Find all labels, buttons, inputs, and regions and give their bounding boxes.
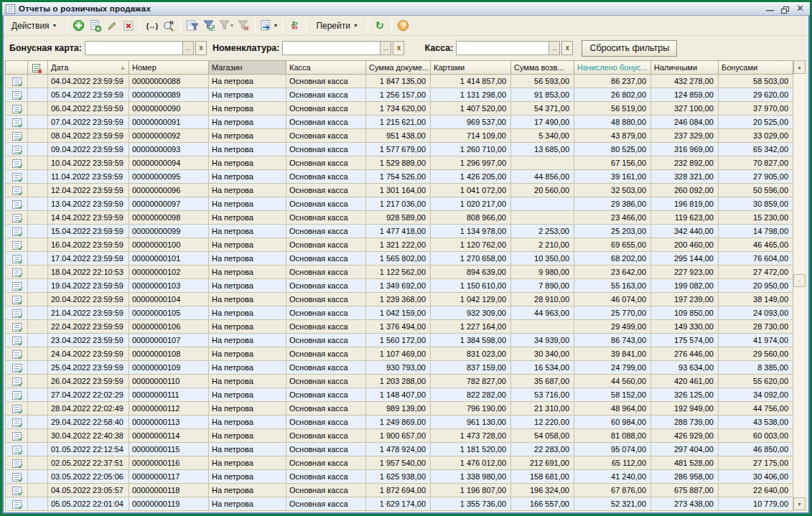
cell-bonus-accrued[interactable]: 29 386,00 [574,197,651,211]
table-row[interactable]: 21.04.2022 23:59:5900000000105На петрова… [6,306,793,320]
cell-cards[interactable]: 969 537,00 [431,116,511,129]
cell-doc-sum[interactable]: 1 148 407,00 [366,388,431,402]
cell-date[interactable]: 08.04.2022 23:59:59 [48,129,129,143]
cell-cards[interactable]: 1 227 164,00 [431,320,511,334]
cell-number[interactable]: 00000000089 [129,88,209,102]
cell-bonuses[interactable]: 38 149,00 [719,293,793,306]
cell-cards[interactable]: 808 966,00 [431,211,511,225]
cell-number[interactable]: 00000000111 [129,388,209,402]
cell-store[interactable]: На петрова [209,456,286,470]
cell-store[interactable]: На петрова [209,88,286,102]
cell-cash[interactable]: 481 528,00 [651,456,719,470]
cell-cash[interactable]: 124 859,00 [651,88,719,102]
cell-cards[interactable]: 1 270 658,00 [431,252,511,266]
cell-cash[interactable]: 327 100,00 [651,102,719,116]
cell-store[interactable]: На петрова [209,320,286,334]
cell-doc-sum[interactable]: 1 560 172,00 [366,334,431,347]
cell-date[interactable]: 15.04.2022 23:59:59 [48,225,129,238]
cell-cards[interactable]: 1 414 857,00 [431,75,511,88]
reset-filters-button[interactable]: Сбросить фильтры [582,40,677,57]
cell-number[interactable]: 00000000108 [129,347,209,361]
cell-cards[interactable]: 1 196 807,00 [431,484,511,497]
cell-doc-type[interactable] [28,320,48,334]
cell-cash[interactable]: 119 623,00 [651,211,719,225]
cell-returns[interactable]: 20 560,00 [511,184,574,197]
cell-number[interactable]: 00000000091 [129,116,209,129]
refresh-button[interactable]: ↻ [373,19,387,33]
cell-kassa[interactable]: Основная касса [286,88,366,102]
cell-kassa[interactable]: Основная касса [286,197,366,211]
bonus-card-input[interactable] [85,42,182,55]
table-row[interactable]: 01.05.2022 22:12:5400000000115На петрова… [6,443,793,456]
table-row[interactable]: 27.04.2022 22:02:2900000000111На петрова… [6,388,793,402]
cell-date[interactable]: 29.04.2022 22:58:40 [48,416,129,429]
col-cards[interactable]: Картами [431,61,511,75]
cell-doc-type[interactable] [28,102,48,116]
cell-returns[interactable]: 44 963,00 [511,306,574,320]
cell-store[interactable]: На петрова [209,279,286,293]
cell-date[interactable]: 06.04.2022 23:59:59 [48,102,129,116]
cell-kassa[interactable]: Основная касса [286,143,366,156]
cell-status[interactable] [6,484,28,497]
table-row[interactable]: 30.04.2022 22:40:3800000000114На петрова… [6,429,793,443]
cell-doc-type[interactable] [28,252,48,266]
cell-doc-type[interactable] [28,347,48,361]
table-row[interactable]: 23.04.2022 23:59:5900000000107На петрова… [6,334,793,347]
cell-number[interactable]: 00000000105 [129,306,209,320]
cell-date[interactable]: 04.04.2022 23:59:59 [48,75,129,88]
cell-bonus-accrued[interactable]: 44 560,00 [574,375,651,388]
cell-bonuses[interactable]: 14 798,00 [719,225,793,238]
cell-bonus-accrued[interactable]: 29 499,00 [574,320,651,334]
filter-history-button[interactable]: ▼ [218,19,235,32]
cell-doc-sum[interactable]: 1 239 368,00 [366,293,431,306]
cell-bonuses[interactable]: 46 465,00 [719,238,793,252]
cell-cards[interactable]: 714 109,00 [431,129,511,143]
cell-doc-type[interactable] [28,170,48,184]
cell-date[interactable]: 20.04.2022 23:59:59 [48,293,129,306]
table-row[interactable]: 05.04.2022 23:59:5900000000089На петрова… [6,88,793,102]
cell-kassa[interactable]: Основная касса [286,416,366,429]
cell-returns[interactable] [511,197,574,211]
cell-bonus-accrued[interactable]: 25 770,00 [574,306,651,320]
cell-cash[interactable]: 432 278,00 [651,75,719,88]
cell-store[interactable]: На петрова [209,388,286,402]
cell-status[interactable] [6,197,28,211]
table-row[interactable]: 15.04.2022 23:59:5900000000099На петрова… [6,225,793,238]
cell-kassa[interactable]: Основная касса [286,252,366,266]
table-row[interactable]: 26.04.2022 23:59:5900000000110На петрова… [6,375,793,388]
cell-cash[interactable]: 297 404,00 [651,443,719,456]
cell-cards[interactable]: 894 639,00 [431,266,511,279]
cell-date[interactable]: 09.04.2022 23:59:59 [48,143,129,156]
cell-bonus-accrued[interactable]: 86 743,00 [574,334,651,347]
set-filter-sort-button[interactable] [185,19,200,33]
cell-cards[interactable]: 831 023,00 [431,347,511,361]
cell-doc-type[interactable] [28,184,48,197]
cell-number[interactable]: 00000000097 [129,197,209,211]
cell-date[interactable]: 02.05.2022 22:37:51 [48,456,129,470]
cell-returns[interactable]: 2 253,00 [511,225,574,238]
cell-cards[interactable]: 1 426 205,00 [431,170,511,184]
cell-number[interactable]: 00000000106 [129,320,209,334]
cell-date[interactable]: 11.04.2022 23:59:59 [48,170,129,184]
cell-doc-sum[interactable]: 928 589,00 [366,211,431,225]
scroll-down-button[interactable]: ▼ [793,497,806,510]
cell-date[interactable]: 25.04.2022 23:59:59 [48,361,129,375]
cell-kassa[interactable]: Основная касса [286,402,366,416]
cell-store[interactable]: На петрова [209,470,286,484]
cell-number[interactable]: 00000000103 [129,279,209,293]
table-row[interactable]: 28.04.2022 22:02:4900000000112На петрова… [6,402,793,416]
cell-cash[interactable]: 149 330,00 [651,320,719,334]
cell-returns[interactable]: 13 685,00 [511,143,574,156]
cell-kassa[interactable]: Основная касса [286,170,366,184]
cell-status[interactable] [6,293,28,306]
cell-cards[interactable]: 1 296 997,00 [431,156,511,170]
cell-number[interactable]: 00000000100 [129,238,209,252]
cell-doc-type[interactable] [28,388,48,402]
cell-returns[interactable]: 44 856,00 [511,170,574,184]
table-row[interactable]: 19.04.2022 23:59:5900000000103На петрова… [6,279,793,293]
cell-bonus-accrued[interactable]: 23 466,00 [574,211,651,225]
cell-bonuses[interactable]: 20 950,00 [719,279,793,293]
cell-status[interactable] [6,279,28,293]
cell-cards[interactable]: 782 827,00 [431,375,511,388]
table-row[interactable]: 13.04.2022 23:59:5900000000097На петрова… [6,197,793,211]
